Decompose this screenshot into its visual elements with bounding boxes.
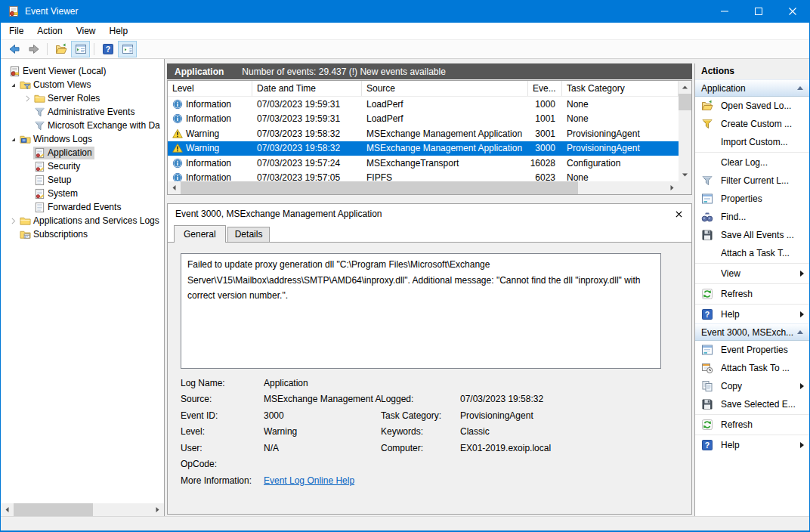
tree-item-administrative-events[interactable]: Administrative Events (1, 105, 164, 119)
tree-item-applications-and-services-logs[interactable]: Applications and Services Logs (1, 214, 164, 227)
scroll-up-button[interactable] (679, 81, 691, 94)
event-level: Information (186, 113, 231, 124)
chevron-right-icon[interactable] (7, 215, 19, 227)
show-console-tree-button[interactable] (71, 41, 90, 57)
maximize-button[interactable] (741, 0, 775, 23)
scroll-right-button[interactable] (666, 181, 679, 194)
event-row[interactable]: Information07/03/2023 19:57:05FIPFS6023N… (168, 171, 679, 182)
tree-item-server-roles[interactable]: Server Roles (1, 91, 164, 105)
log-file-icon (34, 202, 45, 213)
event-list-vertical-scrollbar[interactable] (679, 81, 691, 181)
action-attach-task-to[interactable]: Attach Task To ... (695, 359, 809, 377)
tree-item-custom-views[interactable]: Custom Views (1, 78, 164, 91)
action-help[interactable]: ?Help (695, 436, 809, 454)
forward-arrow-button[interactable] (24, 41, 43, 57)
details-close-button[interactable] (674, 209, 684, 219)
tree-item-forwarded-events[interactable]: Forwarded Events (1, 200, 164, 214)
event-source: LoadPerf (362, 112, 528, 127)
actions-section-header-event-3000-msexch[interactable]: Event 3000, MSExch... (695, 323, 809, 341)
tree-item-subscriptions[interactable]: Subscriptions (1, 227, 164, 241)
show-action-pane-button[interactable] (118, 41, 137, 57)
column-header-eve[interactable]: Eve... (528, 81, 562, 96)
scrollbar-thumb[interactable] (181, 181, 578, 194)
column-header-task-category[interactable]: Task Category (562, 81, 679, 96)
event-details-panel: Event 3000, MSExchange Management Applic… (167, 203, 692, 515)
tab-general[interactable]: General (174, 225, 226, 243)
chevron-right-icon[interactable] (21, 92, 33, 104)
scrollbar-track[interactable] (14, 503, 151, 516)
scroll-left-button[interactable] (1, 503, 14, 516)
action-event-properties[interactable]: Event Properties (695, 341, 809, 359)
open-saved-log-button[interactable] (51, 41, 70, 57)
menu-help[interactable]: Help (103, 23, 135, 39)
event-row[interactable]: Information07/03/2023 19:57:24MSExchange… (168, 156, 679, 171)
expander-spacer (21, 147, 33, 159)
event-source: MSExchangeTransport (362, 156, 528, 171)
event-level: Information (186, 172, 231, 181)
action-attach-a-task-t[interactable]: Attach a Task T... (695, 244, 809, 262)
action-refresh[interactable]: Refresh (695, 416, 809, 434)
chevron-down-icon[interactable] (7, 133, 19, 145)
tree-horizontal-scrollbar[interactable] (1, 503, 164, 516)
minimize-button[interactable] (707, 0, 741, 23)
detail-field-row: User:N/AComputer:EX01-2019.exoip.local (181, 440, 661, 456)
tree-item-setup[interactable]: Setup (1, 173, 164, 187)
column-header-source[interactable]: Source (362, 81, 528, 96)
action-view[interactable]: View (695, 264, 809, 283)
actions-separator (695, 304, 809, 305)
action-create-custom[interactable]: Create Custom ... (695, 115, 809, 133)
action-help[interactable]: ?Help (695, 305, 809, 323)
scroll-down-button[interactable] (679, 169, 691, 181)
scrollbar-thumb[interactable] (14, 503, 93, 516)
actions-section-header-application[interactable]: Application (695, 79, 809, 97)
tree-item-system[interactable]: System (1, 187, 164, 200)
event-fields: Log Name:ApplicationSource:MSExchange Ma… (181, 375, 661, 489)
action-import-custom[interactable]: Import Custom... (695, 133, 809, 151)
event-id: 6023 (528, 171, 562, 182)
column-header-date-and-time[interactable]: Date and Time (252, 81, 362, 96)
back-arrow-button[interactable] (5, 41, 23, 57)
tree-item-application[interactable]: Application (1, 146, 164, 159)
scroll-left-button[interactable] (168, 181, 181, 194)
event-list-horizontal-scrollbar[interactable] (168, 181, 679, 194)
event-row[interactable]: Warning07/03/2023 19:58:32MSExchange Man… (168, 126, 679, 141)
action-save-all-events[interactable]: Save All Events ... (695, 226, 809, 244)
svg-text:?: ? (105, 45, 110, 54)
event-source: MSExchange Management Application (362, 141, 528, 156)
action-save-selected-e[interactable]: Save Selected E... (695, 395, 809, 413)
tree-item-security[interactable]: Security (1, 159, 164, 173)
general-tab-content: Failed to update proxy generation dll "C… (168, 242, 691, 514)
event-row[interactable]: Information07/03/2023 19:59:31LoadPerf10… (168, 97, 679, 112)
tree-item-microsoft-exchange-with-da[interactable]: Microsoft Exchange with Da (1, 119, 164, 132)
column-header-level[interactable]: Level (168, 81, 252, 96)
menu-action[interactable]: Action (30, 23, 69, 39)
close-button[interactable] (775, 0, 809, 23)
event-log-online-help-link[interactable]: Event Log Online Help (264, 475, 381, 486)
field-label: OpCode: (181, 459, 264, 469)
event-datetime: 07/03/2023 19:57:05 (252, 171, 362, 182)
action-filter-current-l[interactable]: Filter Current L... (695, 172, 809, 190)
menu-view[interactable]: View (70, 23, 103, 39)
scroll-right-button[interactable] (151, 503, 164, 516)
action-clear-log[interactable]: Clear Log... (695, 153, 809, 172)
tab-details[interactable]: Details (227, 227, 271, 242)
action-copy[interactable]: Copy (695, 377, 809, 395)
scroll-down-icon (682, 172, 688, 178)
expander-spacer (7, 228, 19, 240)
event-message[interactable]: Failed to update proxy generation dll "C… (181, 253, 661, 369)
menu-file[interactable]: File (2, 23, 30, 39)
scrollbar-thumb[interactable] (679, 94, 691, 110)
action-properties[interactable]: Properties (695, 190, 809, 208)
tree-item-windows-logs[interactable]: Windows Logs (1, 132, 164, 146)
field-label: Task Category: (381, 410, 460, 421)
chevron-down-icon[interactable] (7, 79, 19, 91)
help-button[interactable]: ? (98, 41, 117, 57)
scrollbar-track[interactable] (181, 181, 666, 194)
action-refresh[interactable]: Refresh (695, 285, 809, 303)
event-row[interactable]: Information07/03/2023 19:59:31LoadPerf10… (168, 112, 679, 127)
tree-item-event-viewer-local[interactable]: Event Viewer (Local) (1, 64, 164, 78)
event-row[interactable]: Warning07/03/2023 19:58:32MSExchange Man… (168, 141, 679, 156)
custom-views-folder-icon (20, 79, 31, 91)
action-find[interactable]: Find... (695, 208, 809, 226)
action-open-saved-lo[interactable]: Open Saved Lo... (695, 97, 809, 115)
